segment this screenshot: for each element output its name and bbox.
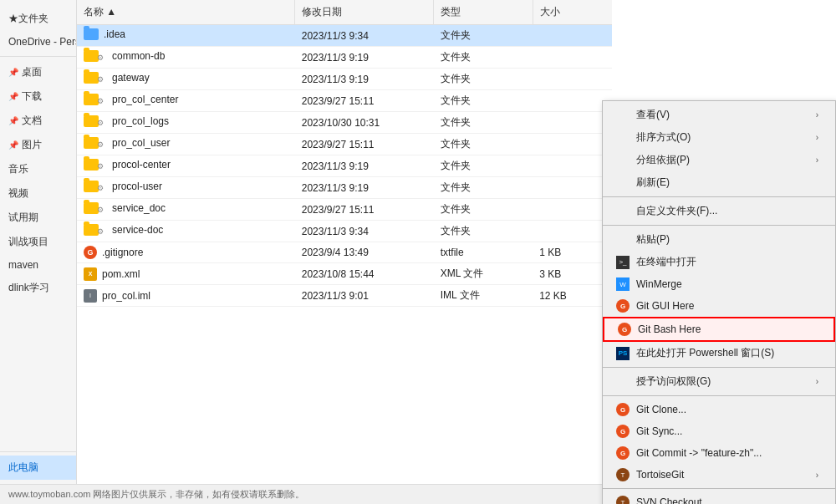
ctx-item-label: Git GUI Here [636,300,694,312]
file-name-label: pro_col_user [112,137,170,149]
cell-name: ⚙ service-doc [77,221,295,242]
ctx-item-left: T SVN Checkout... [616,496,711,504]
ctx-item-left: PS 在此处打开 Powershell 窗口(S) [616,346,774,360]
ctx-item-gitgui[interactable]: G Git GUI Here [603,295,835,317]
ctx-submenu-arrow: › [816,133,818,142]
cell-size [533,155,612,177]
ctx-item-access[interactable]: 授予访问权限(G) › [603,370,835,393]
gear-overlay-icon: ⚙ [97,97,104,105]
ctx-item-label: Git Bash Here [638,323,701,335]
ctx-item-gitbash[interactable]: G Git Bash Here [603,317,835,342]
table-row[interactable]: ⚙ pro_col_center 2023/9/27 15:11 文件夹 [77,90,612,112]
ctx-item-refresh[interactable]: 刷新(E) [603,171,835,194]
ctx-item-gitclone[interactable]: G Git Clone... [603,399,835,420]
cell-type: 文件夹 [434,199,533,221]
ctx-item-label: 分组依据(P) [636,153,690,167]
ctx-item-left: 粘贴(P) [616,232,670,247]
gear-overlay-icon: ⚙ [97,162,104,171]
cell-name: ⚙ gateway [77,69,295,90]
col-header-type[interactable]: 类型 [434,0,533,25]
ctx-item-label: Git Clone... [636,404,686,415]
sidebar-item-videos[interactable]: 视频 [0,181,76,206]
table-row[interactable]: ⚙ pro_col_user 2023/9/27 15:11 文件夹 [77,134,612,155]
gear-overlay-icon: ⚙ [97,227,104,236]
table-row[interactable]: ⚙ common-db 2023/11/3 9:19 文件夹 [77,47,612,69]
ctx-item-gitsync[interactable]: G Git Sync... [603,420,835,442]
cell-size [533,199,612,221]
ctx-submenu-arrow: › [816,155,818,165]
ctx-item-terminal[interactable]: >_ 在终端中打开 [603,251,835,273]
sidebar-item-this-pc[interactable]: 此电脑 [0,456,76,480]
cell-type: 文件夹 [434,90,533,112]
table-row[interactable]: I pro_col.iml 2023/11/3 9:01 IML 文件 12 K… [77,285,612,307]
cell-size [533,134,612,155]
ctx-item-paste[interactable]: 粘贴(P) [603,228,835,251]
table-row[interactable]: ⚙ service-doc 2023/11/3 9:34 文件夹 [77,221,612,242]
ctx-item-left: W WinMerge [616,277,682,291]
sidebar-item-downloads[interactable]: 📌 下载 [0,84,76,109]
table-row[interactable]: X pom.xml 2023/10/8 15:44 XML 文件 3 KB [77,263,612,285]
table-row[interactable]: ⚙ gateway 2023/11/3 9:19 文件夹 [77,69,612,90]
ctx-submenu-arrow: › [816,471,818,480]
cell-date: 2023/11/3 9:19 [295,155,434,177]
sidebar-item-documents[interactable]: 📌 文档 [0,109,76,133]
gear-overlay-icon: ⚙ [97,75,104,84]
ctx-item-customize[interactable]: 自定义文件夹(F)... [603,200,835,222]
ctx-item-label: 在终端中打开 [636,255,696,269]
sidebar-item-onedrive[interactable]: OneDrive - Perso [0,31,76,53]
file-icon-name: ⚙ service-doc [84,224,163,236]
ctx-item-powershell[interactable]: PS 在此处打开 Powershell 窗口(S) [603,342,835,364]
ctx-icon-placeholder [616,131,630,145]
gear-overlay-icon: ⚙ [97,206,104,214]
ctx-item-label: 授予访问权限(G) [636,374,711,389]
ctx-item-left: >_ 在终端中打开 [616,255,696,269]
table-row[interactable]: ⚙ procol-center 2023/11/3 9:19 文件夹 [77,155,612,177]
sidebar-item-dlink[interactable]: dlink学习 [0,276,76,300]
ctx-item-svncheckout[interactable]: T SVN Checkout... [603,491,835,504]
sidebar-item-train[interactable]: 训战项目 [0,230,76,254]
cell-name: .idea [77,25,295,47]
ctx-item-winmerge[interactable]: W WinMerge [603,273,835,295]
table-row[interactable]: ⚙ service_doc 2023/9/27 15:11 文件夹 [77,199,612,221]
cell-date: 2023/11/3 9:19 [295,69,434,90]
ctx-item-label: 刷新(E) [636,176,670,190]
table-row[interactable]: ⚙ pro_col_logs 2023/10/30 10:31 文件夹 [77,112,612,134]
file-browser: 名称 ▲ 修改日期 类型 大小 .idea 2023/11/3 9:34 [77,0,612,504]
ctx-item-label: 自定义文件夹(F)... [636,204,717,218]
table-row[interactable]: ⚙ procol-user 2023/11/3 9:19 文件夹 [77,177,612,199]
sidebar-item-trial[interactable]: 试用期 [0,206,76,230]
ctx-item-gitcommit[interactable]: G Git Commit -> "feature-zh"... [603,442,835,464]
sidebar-item-pictures[interactable]: 📌 图片 [0,133,76,157]
cell-date: 2023/9/4 13:49 [295,242,434,263]
context-menu: 查看(V) › 排序方式(O) › 分组依据(P) › 刷新(E) 自定义文件夹… [602,100,836,504]
file-name-label: pro_col_center [112,94,178,105]
file-icon-name: ⚙ pro_col_center [84,94,178,105]
cell-name: ⚙ pro_col_logs [77,112,295,134]
col-header-size[interactable]: 大小 [533,0,612,25]
file-icon-name: ⚙ procol-center [84,159,171,171]
col-header-date[interactable]: 修改日期 [295,0,434,25]
file-name-label: procol-center [112,159,171,171]
cell-date: 2023/11/3 9:19 [295,47,434,69]
pin-icon: 📌 [8,68,18,77]
sidebar-item-desktop[interactable]: 📌 桌面 [0,60,76,84]
ctx-item-sort[interactable]: 排序方式(O) › [603,126,835,149]
sidebar-item-music[interactable]: 音乐 [0,157,76,181]
cell-type: 文件夹 [434,177,533,199]
sidebar-item-recent[interactable]: ★文件夹 [0,7,76,31]
table-row[interactable]: .idea 2023/11/3 9:34 文件夹 [77,25,612,47]
ctx-item-view[interactable]: 查看(V) › [603,104,835,126]
col-header-name[interactable]: 名称 ▲ [77,0,295,25]
ctx-icon-placeholder [616,154,630,167]
ctx-item-group[interactable]: 分组依据(P) › [603,149,835,171]
file-name-label: procol-user [112,181,162,192]
context-menu-separator [603,488,835,489]
ctx-item-label: 查看(V) [636,108,670,122]
watermark-text: www.toymoban.com 网络图片仅供展示，非存储，如有侵权请联系删除。 [8,488,304,501]
cell-type: 文件夹 [434,155,533,177]
table-row[interactable]: G .gitignore 2023/9/4 13:49 txtfile 1 KB [77,242,612,263]
cell-name: ⚙ common-db [77,47,295,69]
sidebar-item-maven[interactable]: maven [0,254,76,276]
ctx-item-tortoisegit[interactable]: T TortoiseGit › [603,464,835,486]
pin-icon: 📌 [8,92,18,101]
